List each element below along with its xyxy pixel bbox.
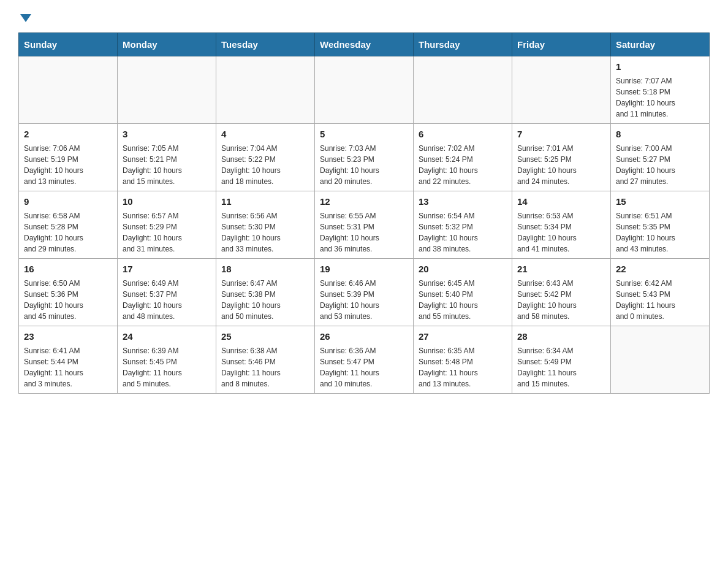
week-row-1: 1Sunrise: 7:07 AM Sunset: 5:18 PM Daylig…: [19, 56, 710, 124]
calendar-cell: 25Sunrise: 6:38 AM Sunset: 5:46 PM Dayli…: [216, 326, 315, 394]
calendar-cell: 6Sunrise: 7:02 AM Sunset: 5:24 PM Daylig…: [414, 124, 512, 191]
day-number: 7: [517, 128, 605, 140]
day-number: 8: [616, 128, 704, 140]
day-number: 25: [221, 330, 309, 343]
day-number: 20: [419, 262, 507, 275]
day-number: 26: [320, 330, 408, 343]
header-friday: Friday: [512, 33, 611, 56]
week-row-4: 16Sunrise: 6:50 AM Sunset: 5:36 PM Dayli…: [19, 259, 710, 326]
header-monday: Monday: [118, 33, 216, 56]
calendar-cell: [19, 56, 118, 124]
calendar-cell: 17Sunrise: 6:49 AM Sunset: 5:37 PM Dayli…: [118, 259, 216, 326]
calendar-cell: 5Sunrise: 7:03 AM Sunset: 5:23 PM Daylig…: [315, 124, 414, 191]
day-number: 22: [616, 262, 704, 275]
calendar-cell: 24Sunrise: 6:39 AM Sunset: 5:45 PM Dayli…: [118, 326, 216, 394]
day-info: Sunrise: 7:05 AM Sunset: 5:21 PM Dayligh…: [123, 143, 211, 187]
calendar-header: SundayMondayTuesdayWednesdayThursdayFrid…: [19, 33, 710, 56]
calendar-cell: 7Sunrise: 7:01 AM Sunset: 5:25 PM Daylig…: [512, 124, 611, 191]
calendar-cell: 14Sunrise: 6:53 AM Sunset: 5:34 PM Dayli…: [512, 191, 611, 259]
calendar-cell: 4Sunrise: 7:04 AM Sunset: 5:22 PM Daylig…: [216, 124, 315, 191]
day-info: Sunrise: 6:36 AM Sunset: 5:47 PM Dayligh…: [320, 345, 408, 389]
calendar-cell: 21Sunrise: 6:43 AM Sunset: 5:42 PM Dayli…: [512, 259, 611, 326]
calendar-cell: 10Sunrise: 6:57 AM Sunset: 5:29 PM Dayli…: [118, 191, 216, 259]
day-number: 10: [123, 195, 211, 208]
day-number: 13: [419, 195, 507, 208]
day-number: 14: [517, 195, 605, 208]
calendar-cell: [414, 56, 512, 124]
header-thursday: Thursday: [414, 33, 512, 56]
day-number: 12: [320, 195, 408, 208]
day-info: Sunrise: 6:42 AM Sunset: 5:43 PM Dayligh…: [616, 278, 704, 322]
days-of-week-row: SundayMondayTuesdayWednesdayThursdayFrid…: [19, 33, 710, 56]
calendar-cell: 12Sunrise: 6:55 AM Sunset: 5:31 PM Dayli…: [315, 191, 414, 259]
day-number: 15: [616, 195, 704, 208]
day-info: Sunrise: 6:56 AM Sunset: 5:30 PM Dayligh…: [221, 210, 309, 255]
day-info: Sunrise: 6:58 AM Sunset: 5:28 PM Dayligh…: [24, 210, 112, 255]
day-number: 21: [517, 262, 605, 275]
day-number: 4: [221, 128, 309, 140]
day-info: Sunrise: 7:06 AM Sunset: 5:19 PM Dayligh…: [24, 143, 112, 187]
day-number: 24: [123, 330, 211, 343]
calendar-cell: [512, 56, 611, 124]
day-info: Sunrise: 6:46 AM Sunset: 5:39 PM Dayligh…: [320, 278, 408, 322]
day-number: 28: [517, 330, 605, 343]
day-info: Sunrise: 6:45 AM Sunset: 5:40 PM Dayligh…: [419, 278, 507, 322]
calendar-cell: 28Sunrise: 6:34 AM Sunset: 5:49 PM Dayli…: [512, 326, 611, 394]
calendar-cell: 13Sunrise: 6:54 AM Sunset: 5:32 PM Dayli…: [414, 191, 512, 259]
day-info: Sunrise: 6:51 AM Sunset: 5:35 PM Dayligh…: [616, 210, 704, 255]
day-info: Sunrise: 7:00 AM Sunset: 5:27 PM Dayligh…: [616, 143, 704, 187]
day-info: Sunrise: 6:41 AM Sunset: 5:44 PM Dayligh…: [24, 345, 112, 389]
day-number: 3: [123, 128, 211, 140]
day-info: Sunrise: 6:43 AM Sunset: 5:42 PM Dayligh…: [517, 278, 605, 322]
day-number: 27: [419, 330, 507, 343]
calendar-cell: 20Sunrise: 6:45 AM Sunset: 5:40 PM Dayli…: [414, 259, 512, 326]
calendar-cell: 23Sunrise: 6:41 AM Sunset: 5:44 PM Dayli…: [19, 326, 118, 394]
day-number: 1: [616, 60, 704, 73]
day-info: Sunrise: 6:57 AM Sunset: 5:29 PM Dayligh…: [123, 210, 211, 255]
day-info: Sunrise: 7:01 AM Sunset: 5:25 PM Dayligh…: [517, 143, 605, 187]
calendar-cell: [315, 56, 414, 124]
header-saturday: Saturday: [611, 33, 710, 56]
calendar-cell: 11Sunrise: 6:56 AM Sunset: 5:30 PM Dayli…: [216, 191, 315, 259]
header-wednesday: Wednesday: [315, 33, 414, 56]
logo-triangle-icon: [20, 14, 31, 22]
week-row-5: 23Sunrise: 6:41 AM Sunset: 5:44 PM Dayli…: [19, 326, 710, 394]
day-number: 19: [320, 262, 408, 275]
day-number: 16: [24, 262, 112, 275]
calendar-cell: 19Sunrise: 6:46 AM Sunset: 5:39 PM Dayli…: [315, 259, 414, 326]
calendar-body: 1Sunrise: 7:07 AM Sunset: 5:18 PM Daylig…: [19, 56, 710, 394]
header-tuesday: Tuesday: [216, 33, 315, 56]
calendar-cell: 16Sunrise: 6:50 AM Sunset: 5:36 PM Dayli…: [19, 259, 118, 326]
day-number: 23: [24, 330, 112, 343]
day-info: Sunrise: 6:47 AM Sunset: 5:38 PM Dayligh…: [221, 278, 309, 322]
day-number: 11: [221, 195, 309, 208]
day-info: Sunrise: 6:38 AM Sunset: 5:46 PM Dayligh…: [221, 345, 309, 389]
calendar-cell: [611, 326, 710, 394]
page-header: [18, 12, 710, 20]
day-info: Sunrise: 6:34 AM Sunset: 5:49 PM Dayligh…: [517, 345, 605, 389]
calendar-cell: 9Sunrise: 6:58 AM Sunset: 5:28 PM Daylig…: [19, 191, 118, 259]
day-info: Sunrise: 6:39 AM Sunset: 5:45 PM Dayligh…: [123, 345, 211, 389]
day-number: 9: [24, 195, 112, 208]
day-info: Sunrise: 6:50 AM Sunset: 5:36 PM Dayligh…: [24, 278, 112, 322]
day-number: 2: [24, 128, 112, 140]
calendar-cell: 2Sunrise: 7:06 AM Sunset: 5:19 PM Daylig…: [19, 124, 118, 191]
header-sunday: Sunday: [19, 33, 118, 56]
calendar-cell: 15Sunrise: 6:51 AM Sunset: 5:35 PM Dayli…: [611, 191, 710, 259]
day-info: Sunrise: 6:49 AM Sunset: 5:37 PM Dayligh…: [123, 278, 211, 322]
week-row-2: 2Sunrise: 7:06 AM Sunset: 5:19 PM Daylig…: [19, 124, 710, 191]
day-info: Sunrise: 6:35 AM Sunset: 5:48 PM Dayligh…: [419, 345, 507, 389]
day-info: Sunrise: 6:54 AM Sunset: 5:32 PM Dayligh…: [419, 210, 507, 255]
day-info: Sunrise: 6:53 AM Sunset: 5:34 PM Dayligh…: [517, 210, 605, 255]
week-row-3: 9Sunrise: 6:58 AM Sunset: 5:28 PM Daylig…: [19, 191, 710, 259]
day-info: Sunrise: 7:04 AM Sunset: 5:22 PM Dayligh…: [221, 143, 309, 187]
calendar-cell: 18Sunrise: 6:47 AM Sunset: 5:38 PM Dayli…: [216, 259, 315, 326]
day-number: 18: [221, 262, 309, 275]
logo: [18, 12, 31, 20]
day-number: 17: [123, 262, 211, 275]
day-info: Sunrise: 7:02 AM Sunset: 5:24 PM Dayligh…: [419, 143, 507, 187]
calendar-cell: 22Sunrise: 6:42 AM Sunset: 5:43 PM Dayli…: [611, 259, 710, 326]
day-number: 5: [320, 128, 408, 140]
day-info: Sunrise: 6:55 AM Sunset: 5:31 PM Dayligh…: [320, 210, 408, 255]
day-info: Sunrise: 7:07 AM Sunset: 5:18 PM Dayligh…: [616, 75, 704, 120]
